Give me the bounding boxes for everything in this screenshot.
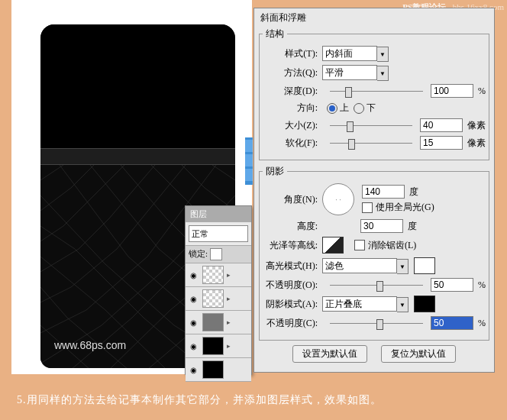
- visibility-icon[interactable]: ◉: [186, 342, 201, 351]
- expand-icon[interactable]: ▸: [227, 295, 231, 302]
- dialog-title: 斜面和浮雕: [260, 11, 489, 24]
- blend-mode-label: 正常: [192, 228, 208, 240]
- tutorial-caption: 5.用同样的方法去给记事本制作其它部分，并添加图层样式，效果如图。: [0, 381, 507, 420]
- layer-thumb: [202, 360, 224, 379]
- layers-tab[interactable]: 图层: [186, 206, 251, 222]
- shading-group: 阴影 角度(N): · · 度 使用全局光(G) 高度:: [259, 165, 489, 341]
- lock-label: 锁定:: [189, 249, 208, 258]
- shadow-opacity-input[interactable]: [431, 316, 473, 330]
- expand-icon[interactable]: ▸: [227, 342, 231, 350]
- shadow-opacity-slider[interactable]: [330, 318, 423, 328]
- altitude-input[interactable]: [360, 219, 403, 233]
- notebook-header: [40, 24, 235, 148]
- expand-icon[interactable]: ▸: [227, 318, 231, 326]
- shadow-mode-select[interactable]: 正片叠底▼: [322, 296, 397, 312]
- depth-label: 深度(D):: [263, 85, 318, 98]
- visibility-icon[interactable]: ◉: [186, 366, 201, 374]
- reset-default-button[interactable]: 复位为默认值: [381, 345, 456, 363]
- highlight-opacity-label: 不透明度(O):: [263, 279, 318, 292]
- size-input[interactable]: [420, 118, 463, 132]
- dropdown-icon: ▼: [377, 47, 389, 62]
- style-select[interactable]: 内斜面▼: [322, 46, 377, 61]
- visibility-icon[interactable]: ◉: [186, 271, 201, 279]
- notebook-divider: [40, 148, 235, 165]
- visibility-icon[interactable]: ◉: [186, 295, 201, 303]
- depth-input[interactable]: [431, 84, 473, 98]
- highlight-opacity-unit: %: [478, 279, 486, 291]
- shadow-mode-label: 阴影模式(A):: [263, 298, 318, 311]
- layer-thumb: [202, 266, 224, 284]
- structure-group: 结构 样式(T): 内斜面▼ 方法(Q): 平滑▼ 深度(D): % 方向: 上…: [259, 27, 489, 160]
- shading-legend: 阴影: [263, 165, 287, 178]
- technique-value: 平滑: [325, 66, 344, 79]
- expand-icon[interactable]: ▸: [227, 271, 231, 279]
- antialias-label: 消除锯齿(L): [368, 239, 416, 252]
- size-label: 大小(Z):: [263, 119, 318, 132]
- layer-row[interactable]: ◉▸: [186, 287, 251, 311]
- shadow-opacity-unit: %: [478, 318, 486, 329]
- angle-unit: 度: [409, 186, 418, 199]
- direction-up-radio[interactable]: [327, 103, 337, 114]
- layers-panel: 图层 正常 锁定: ◉▸ ◉▸ ◉▸ ◉▸ ◉: [185, 205, 252, 375]
- direction-down-label: 下: [367, 102, 376, 115]
- set-default-button[interactable]: 设置为默认值: [292, 345, 367, 363]
- soften-input[interactable]: [420, 136, 463, 150]
- dropdown-icon: ▼: [397, 259, 409, 274]
- highlight-color-swatch[interactable]: [414, 257, 435, 274]
- altitude-unit: 度: [408, 220, 417, 233]
- global-light-label: 使用全局光(G): [376, 201, 434, 214]
- size-slider[interactable]: [330, 120, 412, 131]
- lock-option-icon[interactable]: [210, 248, 222, 260]
- dropdown-icon: ▼: [397, 297, 409, 312]
- soften-label: 软化(F):: [263, 137, 318, 150]
- direction-label: 方向:: [263, 102, 318, 115]
- layer-thumb: [202, 313, 224, 331]
- style-value: 内斜面: [325, 47, 353, 60]
- blend-mode-select[interactable]: 正常: [189, 225, 248, 242]
- layer-row[interactable]: ◉▸: [186, 311, 251, 334]
- global-light-checkbox[interactable]: [362, 202, 373, 213]
- highlight-mode-value: 滤色: [325, 260, 344, 273]
- shadow-opacity-label: 不透明度(C):: [263, 317, 318, 330]
- depth-unit: %: [478, 86, 486, 97]
- shadow-mode-value: 正片叠底: [325, 298, 362, 311]
- highlight-mode-label: 高光模式(H):: [263, 260, 318, 273]
- antialias-checkbox[interactable]: [354, 240, 365, 250]
- gloss-contour-picker[interactable]: [322, 237, 344, 254]
- soften-slider[interactable]: [330, 137, 412, 148]
- angle-input[interactable]: [362, 185, 405, 199]
- page: PS教程论坛 bbs.16xx8.com www.68ps.com 图层 正常: [0, 0, 507, 420]
- shadow-color-swatch[interactable]: [414, 296, 435, 312]
- highlight-opacity-input[interactable]: [431, 278, 473, 292]
- depth-slider[interactable]: [330, 86, 423, 96]
- highlight-mode-select[interactable]: 滤色▼: [322, 258, 397, 273]
- lock-row: 锁定:: [186, 246, 251, 263]
- visibility-icon[interactable]: ◉: [186, 318, 201, 327]
- direction-up-label: 上: [340, 102, 349, 115]
- dropdown-icon: ▼: [377, 66, 389, 81]
- technique-label: 方法(Q):: [263, 66, 318, 79]
- altitude-label: 高度:: [263, 220, 318, 233]
- artwork-url-text: www.68ps.com: [54, 339, 126, 351]
- bevel-emboss-dialog: 斜面和浮雕 结构 样式(T): 内斜面▼ 方法(Q): 平滑▼ 深度(D): %…: [253, 8, 495, 373]
- gloss-label: 光泽等高线:: [263, 239, 318, 252]
- layer-row[interactable]: ◉▸: [186, 334, 251, 358]
- layer-row[interactable]: ◉: [186, 358, 251, 382]
- style-label: 样式(T):: [263, 47, 318, 60]
- layer-row[interactable]: ◉▸: [186, 263, 251, 287]
- selection-indicator: [245, 137, 253, 185]
- direction-down-radio[interactable]: [354, 103, 364, 114]
- highlight-opacity-slider[interactable]: [330, 279, 423, 290]
- layer-thumb: [202, 289, 224, 308]
- structure-legend: 结构: [263, 27, 287, 40]
- soften-unit: 像素: [467, 137, 486, 150]
- angle-label: 角度(N):: [263, 193, 318, 206]
- layer-thumb: [202, 337, 224, 355]
- angle-wheel[interactable]: · ·: [322, 183, 354, 215]
- technique-select[interactable]: 平滑▼: [322, 65, 377, 80]
- size-unit: 像素: [467, 119, 486, 132]
